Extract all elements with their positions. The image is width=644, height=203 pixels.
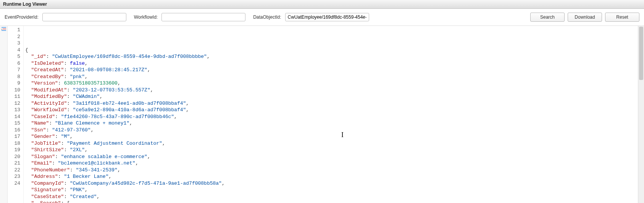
search-button[interactable]: Search (530, 13, 565, 22)
line-number: 1 (8, 27, 20, 34)
code-line: " Search": [ (25, 200, 636, 203)
svg-rect-2 (2, 30, 6, 31)
dataobject-input[interactable] (285, 13, 369, 21)
reset-button[interactable]: Reset (605, 13, 639, 22)
line-number: 8 (8, 74, 20, 80)
download-button[interactable]: Download (568, 13, 602, 22)
eventprovider-input[interactable] (42, 13, 126, 21)
code-line: "Slogan": "enhance scalable e-commerce", (25, 153, 636, 160)
code-line: { (25, 47, 636, 54)
line-number: 6 (8, 60, 20, 67)
workflow-input[interactable] (161, 13, 245, 21)
code-line: "ShirtSize": "2XL", (25, 147, 636, 153)
code-line: "PhoneNumber": "345-341-2539", (25, 167, 636, 174)
line-number: 18 (8, 140, 20, 147)
line-number: 13 (8, 107, 20, 113)
line-number: 7 (8, 67, 20, 74)
dataobject-label: DataObjectId: (253, 14, 281, 20)
line-number: 23 (8, 173, 20, 180)
code-editor[interactable]: 123456789101112131415161718192021222324 … (0, 26, 644, 203)
svg-rect-1 (3, 29, 6, 29)
line-number: 9 (8, 80, 20, 87)
code-line: "Ssn": "412-97-3760", (25, 127, 636, 134)
code-area[interactable]: I { "_id": "CwUatEmployee/169df8dc-8559-… (24, 26, 638, 203)
code-line: "Email": "bclemence1@clickbank.net", (25, 160, 636, 167)
filter-toolbar: EventProviderId: WorkflowId: DataObjectI… (0, 9, 644, 26)
code-line: "IsDeleted": false, (25, 60, 636, 67)
code-line: "Version": 638375180357133600, (25, 80, 636, 87)
line-number: 12 (8, 100, 20, 107)
line-number: 3 (8, 40, 20, 47)
text-cursor: I (341, 132, 344, 139)
line-number-gutter: 123456789101112131415161718192021222324 (8, 26, 24, 203)
code-line: "CreatedAt": "2021-08-09T08:28:45.217Z", (25, 67, 636, 74)
line-number: 16 (8, 127, 20, 134)
code-line: "JobTitle": "Payment Adjustment Coordina… (25, 140, 636, 147)
line-number: 10 (8, 87, 20, 94)
line-number: 19 (8, 147, 20, 153)
code-line: "CaseState": "Created", (25, 193, 636, 200)
code-line: "ModifiedBy": "CWAdmin", (25, 93, 636, 100)
scrollbar-thumb[interactable] (639, 27, 643, 80)
line-number: 15 (8, 120, 20, 127)
line-number: 14 (8, 113, 20, 120)
editor-action-gutter (0, 26, 8, 203)
line-number: 24 (8, 180, 20, 187)
code-line: "Gender": "M", (25, 133, 636, 140)
line-number: 4 (8, 47, 20, 54)
workflow-label: WorkflowId: (134, 14, 158, 20)
line-number: 11 (8, 93, 20, 100)
line-number: 2 (8, 34, 20, 40)
code-line: "Signature": "PNK", (25, 187, 636, 193)
code-line: "ModifiedAt": "2023-12-07T03:53:55.557Z"… (25, 87, 636, 94)
code-line: "Name": "Blane Clemence + money1", (25, 120, 636, 127)
window-titlebar: Runtime Log Viewer (0, 0, 644, 9)
code-line: "Address": "1 Becker Lane", (25, 173, 636, 180)
format-indent-icon[interactable] (1, 28, 6, 33)
vertical-scrollbar[interactable] (638, 26, 644, 203)
code-line: "CreatedBy": "pnk", (25, 74, 636, 80)
code-line: "ActivityId": "3a11f018-eb72-4ee1-ad0b-a… (25, 100, 636, 107)
window-title: Runtime Log Viewer (3, 2, 47, 7)
line-number: 5 (8, 53, 20, 60)
code-line: "CaseId": "f1e44260-78c5-43a7-890c-ad7f0… (25, 113, 636, 120)
svg-rect-0 (2, 27, 6, 28)
code-line: "CompanyId": "CwUatCompany/a45d982c-f7d5… (25, 180, 636, 187)
line-number: 17 (8, 133, 20, 140)
line-number: 20 (8, 153, 20, 160)
eventprovider-label: EventProviderId: (5, 14, 39, 20)
line-number: 22 (8, 167, 20, 174)
code-line: "WorkflowId": "ce5a9e12-890a-410a-8d6a-a… (25, 107, 636, 113)
code-line: "_id": "CwUatEmployee/169df8dc-8559-454e… (25, 53, 636, 60)
line-number: 21 (8, 160, 20, 167)
